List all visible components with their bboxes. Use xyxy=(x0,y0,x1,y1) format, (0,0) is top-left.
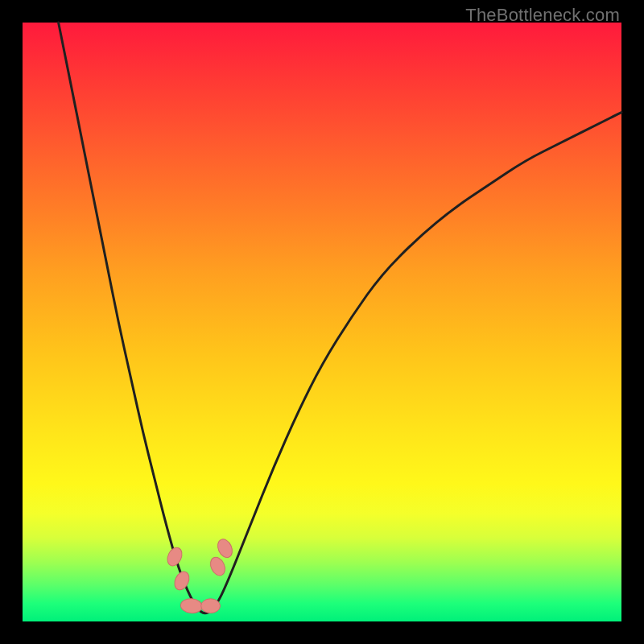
marker-left-upper xyxy=(165,545,185,568)
marker-bottom-right xyxy=(201,599,221,613)
bottleneck-curve xyxy=(59,23,621,613)
marker-bottom-left xyxy=(180,598,203,614)
marker-right-upper xyxy=(208,555,228,578)
markers-group xyxy=(165,537,235,614)
marker-right-lower xyxy=(215,537,235,560)
plot-area xyxy=(23,23,621,621)
curve-svg xyxy=(23,23,621,621)
marker-left-lower xyxy=(171,569,192,592)
chart-stage: TheBottleneck.com xyxy=(0,0,644,644)
